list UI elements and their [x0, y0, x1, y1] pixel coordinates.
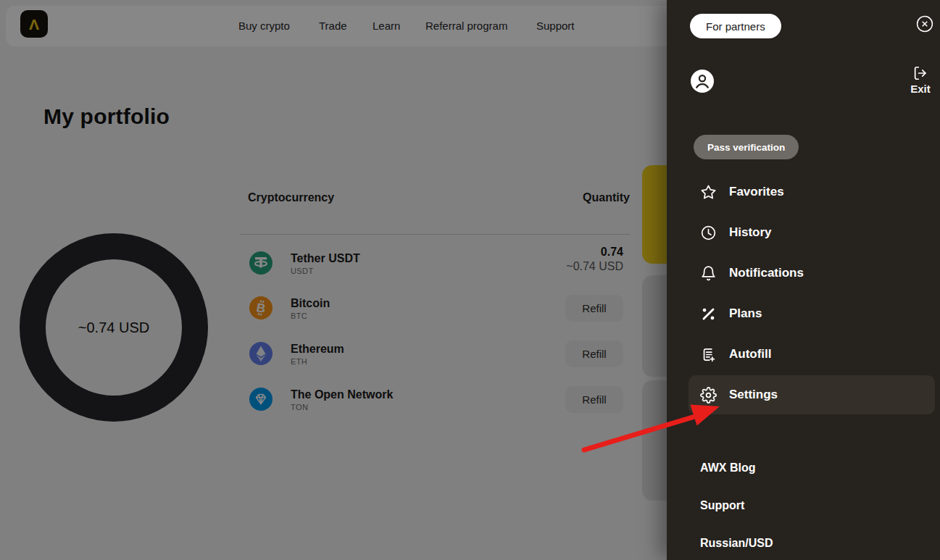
link-support[interactable]: Support [700, 499, 744, 512]
account-drawer: For partners Exit Pass verification [667, 0, 940, 560]
menu-label: Notifications [729, 266, 804, 280]
exit-label: Exit [906, 83, 935, 95]
menu-label: Favorites [729, 185, 784, 199]
autofill-icon [700, 346, 717, 363]
menu-label: Settings [729, 388, 778, 402]
app-window: Λ Buy crypto Trade Learn Referral progra… [0, 0, 940, 560]
menu-item-notifications[interactable]: Notifications [689, 254, 935, 293]
pass-verification-button[interactable]: Pass verification [694, 135, 799, 159]
menu-item-history[interactable]: History [689, 213, 935, 252]
menu-label: Plans [729, 306, 762, 321]
link-language-currency[interactable]: Russian/USD [700, 537, 773, 550]
profile-avatar[interactable] [691, 70, 714, 93]
menu-item-favorites[interactable]: Favorites [689, 172, 935, 212]
link-awx-blog[interactable]: AWX Blog [700, 461, 755, 475]
menu-item-plans[interactable]: Plans [689, 294, 935, 333]
percent-icon [700, 306, 717, 322]
exit-button[interactable]: Exit [906, 65, 935, 95]
for-partners-button[interactable]: For partners [690, 14, 781, 38]
menu-item-autofill[interactable]: Autofill [689, 335, 935, 374]
bell-icon [700, 265, 717, 282]
menu-item-settings[interactable]: Settings [689, 375, 935, 414]
menu-label: History [729, 225, 772, 240]
star-icon [700, 184, 717, 201]
history-icon [700, 225, 717, 241]
logout-icon [912, 65, 928, 81]
gear-icon [700, 387, 717, 404]
menu-label: Autofill [729, 347, 772, 362]
close-icon[interactable] [916, 15, 933, 33]
